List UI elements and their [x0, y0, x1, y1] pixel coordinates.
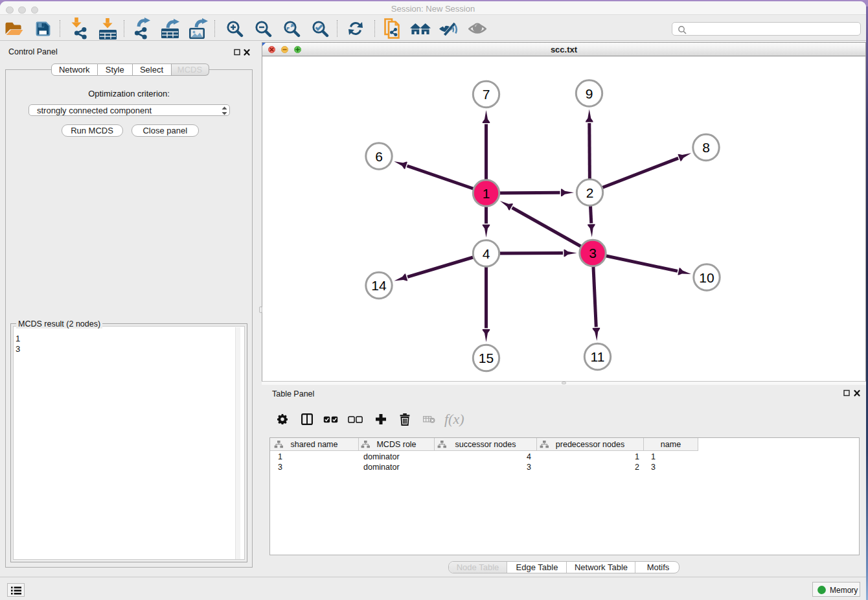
svg-text:10: 10: [699, 270, 714, 284]
svg-text:14: 14: [371, 278, 387, 293]
svg-text:8: 8: [702, 140, 710, 155]
svg-text:4: 4: [483, 246, 490, 260]
svg-text:3: 3: [589, 246, 597, 260]
svg-text:2: 2: [586, 185, 594, 200]
svg-text:6: 6: [375, 148, 383, 163]
svg-text:11: 11: [591, 349, 605, 364]
svg-text:1: 1: [483, 185, 490, 200]
svg-text:15: 15: [479, 351, 494, 365]
svg-text:7: 7: [483, 87, 490, 102]
svg-text:9: 9: [586, 86, 593, 100]
